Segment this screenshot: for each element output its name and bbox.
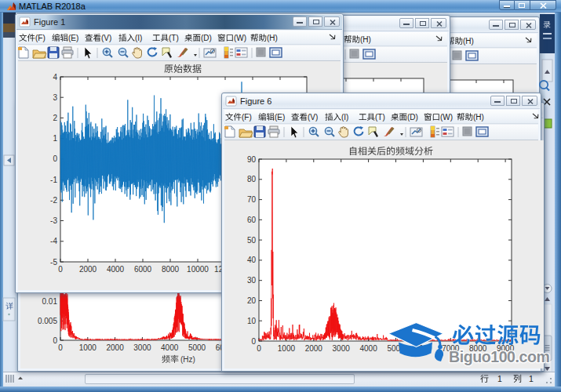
svg-text:10000: 10000 xyxy=(187,265,209,274)
svg-text:30: 30 xyxy=(247,276,257,285)
svg-text:1000: 1000 xyxy=(278,344,296,353)
svg-text:0.01: 0.01 xyxy=(42,297,58,306)
svg-text:90: 90 xyxy=(247,155,257,164)
svg-text:(H): (H) xyxy=(473,113,484,122)
svg-text:4000: 4000 xyxy=(107,265,125,274)
svg-text:5000: 5000 xyxy=(387,344,405,353)
svg-text:4000: 4000 xyxy=(161,343,179,352)
svg-text:4: 4 xyxy=(53,73,57,82)
svg-text:(W): (W) xyxy=(440,113,453,122)
svg-text:(T): (T) xyxy=(169,34,179,42)
svg-text:(H): (H) xyxy=(267,34,278,42)
svg-text:(D): (D) xyxy=(201,34,212,42)
svg-text:2000: 2000 xyxy=(106,343,124,352)
svg-text:80: 80 xyxy=(247,175,257,183)
svg-text:6000: 6000 xyxy=(414,344,432,353)
svg-text:(F): (F) xyxy=(242,113,252,122)
svg-text:3000: 3000 xyxy=(133,343,151,352)
svg-text:8000: 8000 xyxy=(162,265,180,274)
svg-text:(V): (V) xyxy=(101,34,111,42)
svg-text:(D): (D) xyxy=(407,113,418,122)
svg-text:50: 50 xyxy=(247,236,257,245)
svg-text:20: 20 xyxy=(247,296,257,305)
svg-text:3000: 3000 xyxy=(333,344,351,353)
svg-text:(F): (F) xyxy=(35,34,46,42)
svg-text:(I): (I) xyxy=(135,34,142,42)
svg-text:-2: -2 xyxy=(50,196,57,205)
svg-text:1: 1 xyxy=(497,374,502,383)
svg-text:40: 40 xyxy=(247,256,257,264)
svg-text:0: 0 xyxy=(251,337,256,346)
svg-text:(H): (H) xyxy=(463,37,474,45)
svg-text:0: 0 xyxy=(58,343,63,352)
svg-text:1000: 1000 xyxy=(79,343,97,352)
svg-text:2000: 2000 xyxy=(79,265,97,274)
svg-text:3: 3 xyxy=(53,93,57,102)
svg-text:2: 2 xyxy=(53,114,57,122)
svg-text:70: 70 xyxy=(247,195,257,204)
svg-text:(V): (V) xyxy=(308,113,318,122)
svg-text:(E): (E) xyxy=(275,113,285,122)
svg-text:0: 0 xyxy=(58,265,63,274)
svg-text:0: 0 xyxy=(53,154,57,163)
svg-text:(I): (I) xyxy=(341,113,348,122)
svg-text:8000: 8000 xyxy=(469,344,487,353)
svg-text:7000: 7000 xyxy=(442,344,460,353)
svg-text:1: 1 xyxy=(529,374,534,383)
svg-text:9000: 9000 xyxy=(497,344,515,353)
svg-text:5000: 5000 xyxy=(188,343,206,352)
svg-text:(H): (H) xyxy=(360,35,371,44)
svg-text:1: 1 xyxy=(53,134,57,143)
svg-text:0: 0 xyxy=(257,344,261,353)
svg-text:(E): (E) xyxy=(68,34,78,42)
svg-text:4000: 4000 xyxy=(359,344,377,353)
svg-text:0.005: 0.005 xyxy=(38,317,57,325)
svg-text:2000: 2000 xyxy=(305,344,323,353)
svg-text:-4: -4 xyxy=(50,237,57,245)
svg-text:60: 60 xyxy=(247,216,257,224)
svg-text:(Hz): (Hz) xyxy=(180,355,195,364)
svg-text:6000: 6000 xyxy=(134,265,152,274)
svg-text:0: 0 xyxy=(53,336,57,345)
svg-text:10: 10 xyxy=(247,317,257,325)
svg-text:(T): (T) xyxy=(375,113,385,122)
svg-text:-5: -5 xyxy=(50,258,57,267)
svg-text:(W): (W) xyxy=(234,34,246,42)
svg-text:-1: -1 xyxy=(50,176,57,184)
svg-text:-3: -3 xyxy=(50,216,57,225)
